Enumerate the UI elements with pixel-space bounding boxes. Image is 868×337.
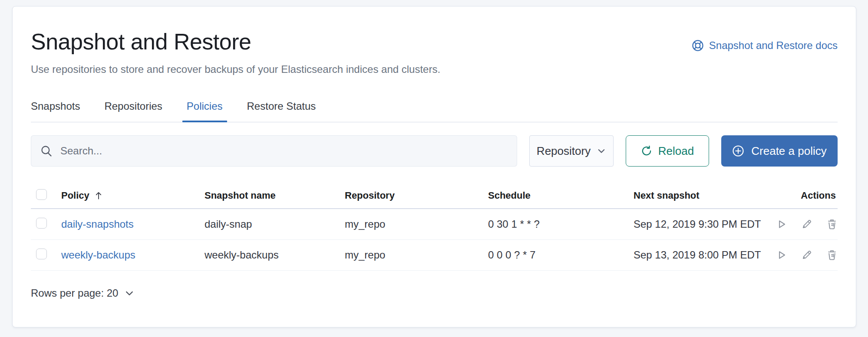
tab-restore-status[interactable]: Restore Status xyxy=(247,100,316,122)
next-snapshot-cell: Sep 13, 2019 8:00 PM EDT xyxy=(634,249,772,261)
schedule-cell: 0 0 0 ? * 7 xyxy=(488,249,634,261)
docs-link-label: Snapshot and Restore docs xyxy=(709,39,838,52)
toolbar: Repository Reload xyxy=(31,135,838,167)
tab-repositories[interactable]: Repositories xyxy=(104,100,162,122)
row-checkbox[interactable] xyxy=(36,249,47,259)
chevron-down-icon xyxy=(124,288,135,298)
column-header-policy: Policy xyxy=(61,190,205,201)
repository-filter-button[interactable]: Repository xyxy=(529,135,614,167)
schedule-cell: 0 30 1 * * ? xyxy=(488,218,634,230)
column-header-next-snapshot[interactable]: Next snapshot xyxy=(634,190,772,201)
search-input[interactable] xyxy=(60,145,508,157)
snapshot-name-cell: weekly-backups xyxy=(205,249,345,261)
tab-bar: Snapshots Repositories Policies Restore … xyxy=(31,100,838,122)
refresh-icon xyxy=(641,145,652,157)
next-snapshot-cell: Sep 12, 2019 9:30 PM EDT xyxy=(634,218,772,230)
snapshot-name-cell: daily-snap xyxy=(205,218,345,230)
policy-sort-header[interactable]: Policy xyxy=(61,190,103,201)
plus-circle-icon xyxy=(732,145,744,157)
help-ring-icon xyxy=(692,39,704,52)
row-checkbox-cell xyxy=(31,249,61,262)
run-policy-icon[interactable] xyxy=(776,249,787,261)
repository-cell: my_repo xyxy=(345,218,488,230)
column-header-repository[interactable]: Repository xyxy=(345,190,488,201)
search-icon xyxy=(40,145,53,157)
column-header-actions: Actions xyxy=(772,190,838,201)
table-header-row: Policy Snapshot name Repository Schedule… xyxy=(31,183,838,209)
row-actions xyxy=(776,219,838,230)
tab-snapshots[interactable]: Snapshots xyxy=(31,100,80,122)
page-subtitle: Use repositories to store and recover ba… xyxy=(31,63,440,76)
actions-cell xyxy=(772,219,838,230)
column-header-schedule[interactable]: Schedule xyxy=(488,190,634,201)
table-row: daily-snapshots daily-snap my_repo 0 30 … xyxy=(31,209,838,240)
row-checkbox[interactable] xyxy=(36,218,47,229)
row-checkbox-cell xyxy=(31,218,61,231)
rows-per-page-label: Rows per page: 20 xyxy=(31,287,118,299)
docs-link[interactable]: Snapshot and Restore docs xyxy=(692,39,838,52)
tab-policies[interactable]: Policies xyxy=(187,100,223,122)
policies-table: Policy Snapshot name Repository Schedule… xyxy=(31,183,838,271)
policy-link[interactable]: weekly-backups xyxy=(61,249,135,261)
column-header-snapshot-name[interactable]: Snapshot name xyxy=(205,190,345,201)
page-title: Snapshot and Restore xyxy=(31,28,440,55)
snapshot-restore-panel: Snapshot and Restore Use repositories to… xyxy=(12,6,856,327)
edit-policy-icon[interactable] xyxy=(801,249,812,261)
search-box[interactable] xyxy=(31,135,517,167)
chevron-down-icon xyxy=(597,146,606,156)
policy-link[interactable]: daily-snapshots xyxy=(61,218,134,230)
edit-policy-icon[interactable] xyxy=(801,219,812,230)
delete-policy-icon[interactable] xyxy=(826,219,838,230)
row-actions xyxy=(776,249,838,261)
filter-button-label: Repository xyxy=(537,144,591,158)
run-policy-icon[interactable] xyxy=(776,219,787,230)
policy-cell: daily-snapshots xyxy=(61,218,205,230)
create-policy-button[interactable]: Create a policy xyxy=(721,135,838,167)
title-block: Snapshot and Restore Use repositories to… xyxy=(31,28,440,76)
page-header: Snapshot and Restore Use repositories to… xyxy=(31,28,838,76)
sort-ascending-arrow-icon xyxy=(94,191,103,200)
create-policy-button-label: Create a policy xyxy=(751,144,826,158)
header-checkbox-cell xyxy=(31,189,61,203)
select-all-checkbox[interactable] xyxy=(36,189,47,200)
table-row: weekly-backups weekly-backups my_repo 0 … xyxy=(31,240,838,271)
policy-cell: weekly-backups xyxy=(61,249,205,261)
reload-button-label: Reload xyxy=(658,144,694,158)
actions-cell xyxy=(772,249,838,261)
reload-button[interactable]: Reload xyxy=(626,135,709,167)
rows-per-page-selector[interactable]: Rows per page: 20 xyxy=(31,287,135,299)
policy-header-label: Policy xyxy=(61,190,89,201)
repository-cell: my_repo xyxy=(345,249,488,261)
delete-policy-icon[interactable] xyxy=(826,249,838,261)
